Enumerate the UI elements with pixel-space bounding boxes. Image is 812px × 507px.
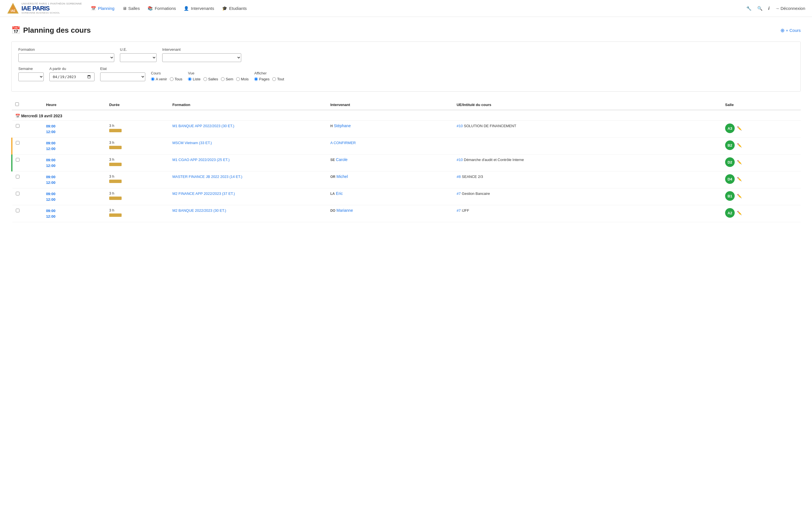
filter-row-2: Semaine A partir du Etat Cours (18, 66, 794, 81)
afficher-tout-radio[interactable] (272, 77, 276, 81)
formation-link[interactable]: MASTER FINANCE JB 2022 2023 (14 ET.) (172, 175, 242, 179)
formation-cell: M1 BANQUE APP 2022/2023 (30 ET.) (169, 121, 327, 137)
main-content: 📅 Planning des cours ⊕ + Cours Formation… (0, 17, 812, 231)
edit-icon[interactable]: ✏️ (737, 160, 742, 164)
th-duree: Durée (106, 100, 169, 110)
table-head: Heure Durée Formation Intervenant UE/Int… (12, 100, 801, 110)
nav-etudiants[interactable]: 🎓 Etudiants (222, 6, 247, 11)
edit-icon[interactable]: ✏️ (737, 126, 742, 130)
vue-sem-label: Sem (226, 77, 233, 81)
intervenant-name-link[interactable]: Michel (337, 174, 348, 179)
row-checkbox[interactable] (16, 124, 19, 128)
vue-salles: Salles (204, 77, 218, 81)
vue-sem: Sem (221, 77, 233, 81)
heure-cell: 09:0012:00 (43, 205, 106, 222)
formation-link[interactable]: MSCM Vietnam (33 ET.) (172, 141, 212, 145)
info-icon: i (768, 6, 769, 11)
th-ue: UE/Intitulé du cours (453, 100, 722, 110)
vue-radio-group: Liste Salles Sem Mois (188, 77, 249, 81)
tools-icon-link[interactable]: 🔧 (746, 6, 752, 11)
duree-cell: 3 h (106, 205, 169, 222)
salle-badge: B1 (725, 191, 735, 201)
table-container: Heure Durée Formation Intervenant UE/Int… (11, 100, 801, 222)
ue-number: #7 (456, 191, 461, 196)
etat-label: Etat (100, 66, 145, 71)
apartir-input[interactable] (49, 72, 95, 81)
duree-text: 3 h (109, 123, 166, 128)
filter-group-formation: Formation (18, 47, 114, 62)
intervenant-select[interactable] (162, 53, 241, 62)
cours-tous-label: Tous (175, 77, 182, 81)
intervenant-name-link[interactable]: Carole (336, 157, 347, 162)
duree-cell: 3 h (106, 121, 169, 137)
search-icon-link[interactable]: 🔍 (757, 6, 763, 11)
vue-liste-radio[interactable] (188, 77, 192, 81)
row-checkbox[interactable] (16, 209, 19, 212)
semaine-select[interactable] (18, 72, 44, 81)
vue-sem-radio[interactable] (221, 77, 225, 81)
cours-radio-tous: Tous (170, 77, 182, 81)
row-checkbox-cell (12, 121, 43, 137)
afficher-radio-label: Afficher (254, 71, 284, 75)
nav-planning[interactable]: 📅 Planning (91, 6, 114, 11)
search-icon: 🔍 (757, 6, 763, 11)
formation-link[interactable]: M2 BANQUE 2022/2023 (30 ET.) (172, 208, 226, 213)
filter-group-apartir: A partir du (49, 66, 95, 81)
nav-salles[interactable]: 🖥 Salles (122, 6, 140, 11)
duration-bar (109, 129, 122, 132)
intervenant-name-link[interactable]: Marianne (337, 208, 353, 213)
heure-cell: 09:0012:00 (43, 155, 106, 171)
cours-avenir-radio[interactable] (151, 77, 155, 81)
row-checkbox[interactable] (16, 141, 19, 145)
edit-icon[interactable]: ✏️ (737, 194, 742, 198)
afficher-tout-label: Tout (277, 77, 284, 81)
time-start: 09:00 (46, 174, 102, 180)
row-checkbox[interactable] (16, 192, 19, 195)
cours-tous-radio[interactable] (170, 77, 173, 81)
formation-label: Formation (18, 47, 114, 52)
vue-salles-radio[interactable] (204, 77, 207, 81)
heure-cell: 09:0012:00 (43, 171, 106, 188)
brand: IAE UNIVERSITÉ PARIS 1 PANTHÉON SORBONNE… (7, 2, 82, 15)
edit-icon[interactable]: ✏️ (737, 211, 742, 215)
nav-formations[interactable]: 📚 Formations (148, 6, 176, 11)
ue-title: Démarche d'audit et Contrôle Interne (464, 158, 524, 162)
duree-text: 3 h (109, 157, 166, 162)
ue-cell: #7 Gestion Bancaire (453, 188, 722, 205)
time-end: 12:00 (46, 180, 102, 185)
row-checkbox[interactable] (16, 158, 19, 162)
info-icon-link[interactable]: i (768, 6, 769, 11)
sorbonne-name: SORBONNE BUSINESS SCHOOL (21, 11, 82, 14)
navbar-right: 🔧 🔍 i → Déconnexion (746, 6, 805, 11)
ue-cell: #8 SEANCE 2/3 (453, 171, 722, 188)
intervenant-name-link[interactable]: Eric (336, 191, 343, 196)
formation-link[interactable]: M2 FINANCE APP 2022/2023 (37 ET.) (172, 191, 235, 196)
graduation-icon: 🎓 (222, 6, 227, 11)
intervenant-code: H (330, 124, 333, 128)
logout-link[interactable]: → Déconnexion (775, 6, 805, 11)
edit-icon[interactable]: ✏️ (737, 177, 742, 181)
row-checkbox[interactable] (16, 175, 19, 178)
duree-text: 3 h (109, 140, 166, 145)
filter-group-etat: Etat (100, 66, 145, 81)
intervenant-cell: DO Marianne (327, 205, 453, 222)
th-salle: Salle (722, 100, 801, 110)
select-all-checkbox[interactable] (15, 102, 19, 106)
edit-icon[interactable]: ✏️ (737, 143, 742, 148)
afficher-pages-radio[interactable] (254, 77, 258, 81)
formation-link[interactable]: M1 BANQUE APP 2022/2023 (30 ET.) (172, 124, 234, 128)
ue-select[interactable] (120, 53, 157, 62)
nav-intervenants[interactable]: 👤 Intervenants (184, 6, 214, 11)
salle-badge: D2 (725, 157, 735, 167)
intervenant-name-link[interactable]: Stéphane (334, 123, 351, 128)
etat-select[interactable] (100, 72, 145, 81)
formation-link[interactable]: M1 CGAO APP 2022/2023 (25 ET.) (172, 158, 230, 162)
cours-radio-label: Cours (151, 71, 182, 75)
add-cours-button[interactable]: ⊕ + Cours (780, 27, 801, 34)
nav-links: 📅 Planning 🖥 Salles 📚 Formations 👤 Inter… (91, 6, 746, 11)
vue-mois-radio[interactable] (236, 77, 240, 81)
ue-title: IJFF (462, 208, 469, 213)
salle-cell: D4✏️ (722, 171, 801, 187)
th-formation: Formation (169, 100, 327, 110)
formation-select[interactable] (18, 53, 114, 62)
